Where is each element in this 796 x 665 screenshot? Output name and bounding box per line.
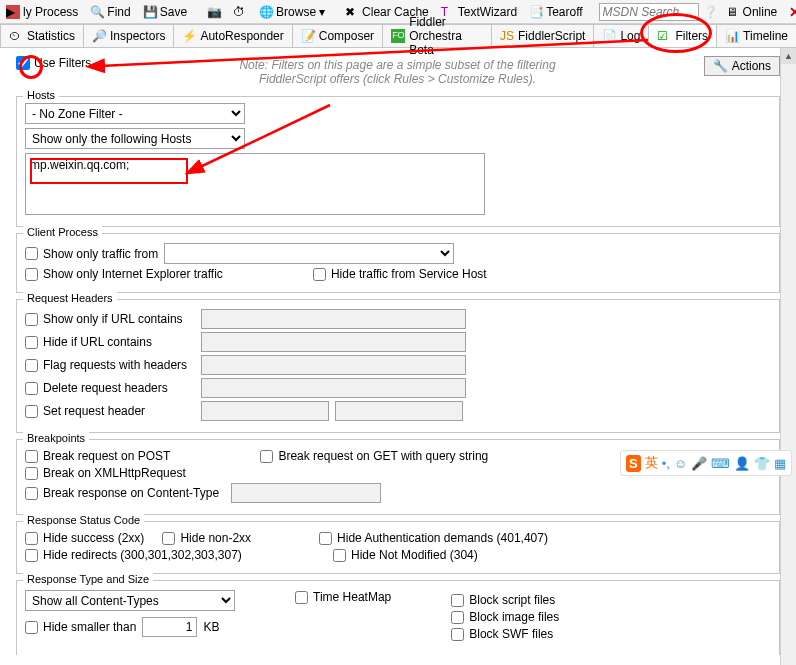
toolbar-browse[interactable]: 🌐Browse ▾ [255,5,329,19]
hide-servicehost-checkbox[interactable]: Hide traffic from Service Host [313,267,487,281]
msdn-input[interactable] [599,3,699,21]
ime-menu-icon[interactable]: ▦ [774,456,786,471]
hide-auth-checkbox[interactable]: Hide Authentication demands (401,407) [319,531,548,545]
delete-headers-field[interactable] [201,378,466,398]
bp-legend: Breakpoints [23,432,89,444]
tab-statistics[interactable]: ⏲Statistics [0,24,84,47]
rtype-legend: Response Type and Size [23,573,153,585]
tab-bar: ⏲Statistics 🔎Inspectors ⚡AutoResponder 📝… [0,24,796,48]
ime-lang-icon[interactable]: 英 [645,454,658,472]
client-legend: Client Process [23,226,102,238]
status-code-group: Response Status Code Hide success (2xx) … [16,521,780,574]
filters-note: Note: Filters on this page are a simple … [99,56,695,86]
use-filters-checkbox[interactable]: Use Filters [16,56,91,70]
tab-log[interactable]: 📄Log [593,24,649,47]
ime-user-icon[interactable]: 👤 [734,456,750,471]
close-icon[interactable]: ✕ [785,4,796,20]
vertical-scrollbar[interactable]: ▲ [780,48,796,665]
show-url-checkbox[interactable]: Show only if URL contains [25,312,195,326]
filters-panel: Use Filters Note: Filters on this page a… [0,48,796,665]
hide-url-field[interactable] [201,332,466,352]
show-url-field[interactable] [201,309,466,329]
toolbar-tearoff[interactable]: 📑Tearoff [525,5,586,19]
content-type-select[interactable]: Show all Content-Types [25,590,235,611]
delete-headers-checkbox[interactable]: Delete request headers [25,381,195,395]
ime-emoji-icon[interactable]: ☺ [674,456,687,471]
break-post-checkbox[interactable]: Break request on POST [25,449,170,463]
show-traffic-from-checkbox[interactable]: Show only traffic from [25,247,158,261]
time-heatmap-checkbox[interactable]: Time HeatMap [295,590,391,604]
break-get-checkbox[interactable]: Break request on GET with query string [260,449,488,463]
block-image-checkbox[interactable]: Block image files [451,610,559,624]
scroll-up-icon[interactable]: ▲ [781,48,796,64]
actions-button[interactable]: 🔧Actions [704,56,780,76]
hide-url-checkbox[interactable]: Hide if URL contains [25,335,195,349]
tab-composer[interactable]: 📝Composer [292,24,383,47]
toolbar-online[interactable]: 🖥Online [722,5,782,19]
tab-orchestra[interactable]: FOFiddler Orchestra Beta [382,24,492,47]
tab-autoresponder[interactable]: ⚡AutoResponder [173,24,292,47]
process-select[interactable] [164,243,454,264]
sogou-icon[interactable]: S [626,455,641,472]
flag-headers-checkbox[interactable]: Flag requests with headers [25,358,195,372]
flag-headers-field[interactable] [201,355,466,375]
ime-skin-icon[interactable]: 👕 [754,456,770,471]
block-script-checkbox[interactable]: Block script files [451,593,559,607]
set-header-checkbox[interactable]: Set request header [25,404,195,418]
main-toolbar: ▶ly Process 🔍Find 💾Save 📷 ⏱ 🌐Browse ▾ ✖C… [0,0,796,24]
host-mode-select[interactable]: Show only the following Hosts [25,128,245,149]
break-xhr-checkbox[interactable]: Break on XMLHttpRequest [25,466,186,480]
set-header-value[interactable] [335,401,463,421]
request-headers-group: Request Headers Show only if URL contain… [16,299,780,433]
ime-keyboard-icon[interactable]: ⌨ [711,456,730,471]
hide-non2xx-checkbox[interactable]: Hide non-2xx [162,531,251,545]
ie-only-checkbox[interactable]: Show only Internet Explorer traffic [25,267,223,281]
hide-smaller-checkbox[interactable]: Hide smaller than [25,620,136,634]
reqh-legend: Request Headers [23,292,117,304]
toolbar-icon2[interactable]: ⏱ [229,5,251,19]
status-legend: Response Status Code [23,514,144,526]
set-header-name[interactable] [201,401,329,421]
tab-inspectors[interactable]: 🔎Inspectors [83,24,174,47]
response-type-group: Response Type and Size Show all Content-… [16,580,780,655]
hide-2xx-checkbox[interactable]: Hide success (2xx) [25,531,144,545]
toolbar-find[interactable]: 🔍Find [86,5,134,19]
kb-label: KB [203,620,219,634]
ime-punct-icon[interactable]: •, [662,456,670,471]
tab-timeline[interactable]: 📊Timeline [716,24,796,47]
smaller-value[interactable] [142,617,197,637]
hide-redirects-checkbox[interactable]: Hide redirects (300,301,302,303,307) [25,548,315,562]
help-icon[interactable]: ❔ [703,5,718,19]
hosts-textarea[interactable]: mp.weixin.qq.com; [25,153,485,215]
toolbar-process[interactable]: ▶ly Process [2,5,82,19]
ime-palette[interactable]: S 英 •, ☺ 🎤 ⌨ 👤 👕 ▦ [620,450,792,476]
msdn-search: ❔ 🖥Online ✕ [599,3,796,21]
hosts-legend: Hosts [23,89,59,101]
tab-fiddlerscript[interactable]: JSFiddlerScript [491,24,594,47]
tab-filters[interactable]: ☑Filters [648,24,717,47]
ime-mic-icon[interactable]: 🎤 [691,456,707,471]
toolbar-icon1[interactable]: 📷 [203,5,225,19]
break-ct-checkbox[interactable]: Break response on Content-Type [25,486,225,500]
break-ct-field[interactable] [231,483,381,503]
client-process-group: Client Process Show only traffic from Sh… [16,233,780,293]
hosts-group: Hosts - No Zone Filter - Show only the f… [16,96,780,227]
block-swf-checkbox[interactable]: Block SWF files [451,627,559,641]
toolbar-save[interactable]: 💾Save [139,5,191,19]
zone-filter-select[interactable]: - No Zone Filter - [25,103,245,124]
hide-304-checkbox[interactable]: Hide Not Modified (304) [333,548,478,562]
